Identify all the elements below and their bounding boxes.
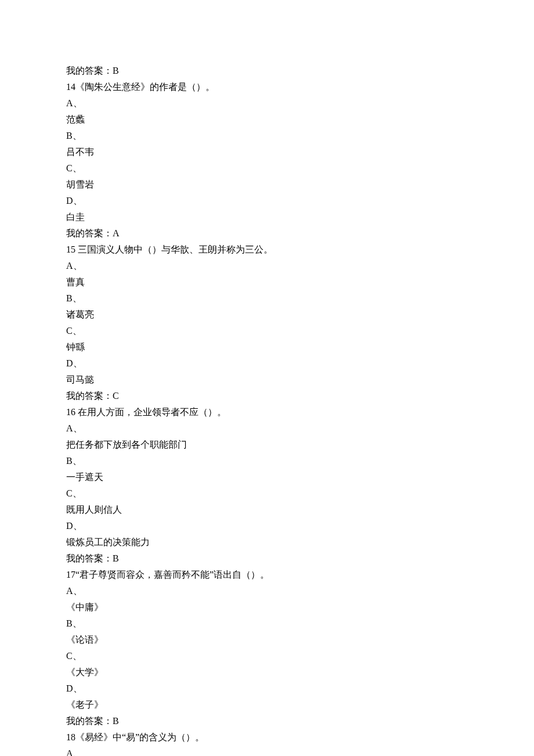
text-line: 我的答案：C [66, 388, 468, 404]
text-line: 《论语》 [66, 632, 468, 648]
text-line: 《中庸》 [66, 599, 468, 615]
text-line: 《老子》 [66, 697, 468, 713]
text-line: 司马懿 [66, 372, 468, 388]
text-line: 把任务都下放到各个职能部门 [66, 437, 468, 453]
text-line: D、 [66, 681, 468, 697]
text-line: D、 [66, 355, 468, 372]
text-line: 曹真 [66, 274, 468, 290]
text-line: B、 [66, 290, 468, 307]
text-line: C、 [66, 485, 468, 502]
text-line: D、 [66, 193, 468, 209]
text-line: A、 [66, 583, 468, 599]
text-line: 我的答案：B [66, 550, 468, 567]
document-body: 我的答案：B 14《陶朱公生意经》的作者是（）。 A、 范蠡 B、 吕不韦 C、… [66, 63, 468, 756]
text-line: 锻炼员工的决策能力 [66, 534, 468, 550]
text-line: 我的答案：B [66, 713, 468, 729]
text-line: 一手遮天 [66, 469, 468, 485]
text-line: B、 [66, 615, 468, 632]
text-line: 既用人则信人 [66, 502, 468, 518]
text-line: 吕不韦 [66, 144, 468, 160]
text-line: A、 [66, 746, 468, 756]
text-line: 17“君子尊贤而容众，嘉善而矜不能”语出自（）。 [66, 567, 468, 583]
text-line: 14《陶朱公生意经》的作者是（）。 [66, 79, 468, 95]
text-line: 胡雪岩 [66, 177, 468, 193]
text-line: A、 [66, 420, 468, 437]
text-line: 16 在用人方面，企业领导者不应（）。 [66, 404, 468, 420]
text-line: C、 [66, 160, 468, 177]
text-line: 诸葛亮 [66, 307, 468, 323]
text-line: C、 [66, 323, 468, 339]
text-line: 范蠡 [66, 111, 468, 128]
text-line: 18《易经》中“易”的含义为（）。 [66, 729, 468, 746]
text-line: 15 三国演义人物中（）与华歆、王朗并称为三公。 [66, 242, 468, 258]
text-line: B、 [66, 453, 468, 469]
text-line: 《大学》 [66, 664, 468, 681]
text-line: C、 [66, 648, 468, 664]
text-line: 钟繇 [66, 339, 468, 355]
text-line: 我的答案：B [66, 63, 468, 79]
text-line: 我的答案：A [66, 225, 468, 242]
text-line: A、 [66, 258, 468, 274]
text-line: A、 [66, 95, 468, 111]
text-line: B、 [66, 128, 468, 144]
text-line: 白圭 [66, 209, 468, 225]
text-line: D、 [66, 518, 468, 534]
